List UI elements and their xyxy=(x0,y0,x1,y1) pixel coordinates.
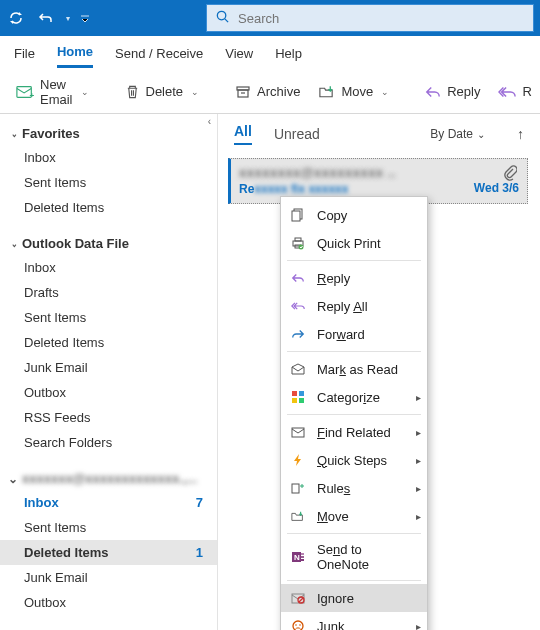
menu-home[interactable]: Home xyxy=(57,38,93,68)
sort-direction-icon[interactable]: ↑ xyxy=(517,126,524,142)
menu-help[interactable]: Help xyxy=(275,40,302,67)
ctx-separator xyxy=(287,351,421,352)
nav-collapse-icon[interactable]: ‹ xyxy=(208,116,211,127)
svg-point-29 xyxy=(299,624,301,626)
nav-df-drafts[interactable]: Drafts xyxy=(0,280,217,305)
ctx-ignore[interactable]: Ignore xyxy=(281,584,427,612)
ctx-forward[interactable]: Forward xyxy=(281,320,427,348)
chevron-down-icon: ⌄ xyxy=(81,87,89,97)
junk-icon xyxy=(289,617,307,630)
nav-datafile-label: Outlook Data File xyxy=(22,236,129,251)
nav-df-inbox[interactable]: Inbox xyxy=(0,255,217,280)
submenu-arrow-icon: ▸ xyxy=(416,621,421,631)
svg-rect-16 xyxy=(299,398,304,403)
nav-df-deleted[interactable]: Deleted Items xyxy=(0,330,217,355)
nav-favorites-header[interactable]: ⌄ Favorites xyxy=(0,122,217,145)
search-container xyxy=(206,0,540,36)
nav-df-rss[interactable]: RSS Feeds xyxy=(0,405,217,430)
new-email-button[interactable]: + New Email ⌄ xyxy=(10,73,95,111)
ctx-quick-steps[interactable]: Quick Steps ▸ xyxy=(281,446,427,474)
archive-button[interactable]: Archive xyxy=(229,80,306,104)
nav-fav-inbox[interactable]: Inbox xyxy=(0,145,217,170)
nav-account-header[interactable]: xxxxxxx@xxxxxxxxxxxxx.,... xyxy=(0,467,217,490)
nav-acct-sent[interactable]: Sent Items xyxy=(0,515,217,540)
nav-df-outbox[interactable]: Outbox xyxy=(0,380,217,405)
ctx-copy[interactable]: Copy xyxy=(281,201,427,229)
tab-unread[interactable]: Unread xyxy=(274,126,320,142)
menu-view[interactable]: View xyxy=(225,40,253,67)
svg-rect-10 xyxy=(295,238,301,241)
nav-pane: ‹ ⌄ Favorites Inbox Sent Items Deleted I… xyxy=(0,114,218,630)
unread-badge: 7 xyxy=(196,495,203,510)
svg-line-1 xyxy=(225,19,228,22)
move-folder-icon xyxy=(289,507,307,525)
menubar: File Home Send / Receive View Help xyxy=(0,36,540,70)
lightning-icon xyxy=(289,451,307,469)
submenu-arrow-icon: ▸ xyxy=(416,483,421,494)
reply-icon xyxy=(289,269,307,287)
ctx-reply[interactable]: Reply xyxy=(281,264,427,292)
onenote-icon: N xyxy=(289,548,307,566)
reply-label: Reply xyxy=(447,84,480,99)
count-badge: 1 xyxy=(196,545,203,560)
submenu-arrow-icon: ▸ xyxy=(416,392,421,403)
svg-text:+: + xyxy=(30,91,35,100)
ctx-move[interactable]: Move ▸ xyxy=(281,502,427,530)
ctx-find-related[interactable]: Find Related ▸ xyxy=(281,418,427,446)
tab-all[interactable]: All xyxy=(234,123,252,145)
nav-acct-inbox[interactable]: Inbox 7 xyxy=(0,490,217,515)
new-email-label: New Email xyxy=(40,77,73,107)
nav-acct-outbox[interactable]: Outbox xyxy=(0,590,217,615)
ctx-junk[interactable]: Junk ▸ xyxy=(281,612,427,630)
qat-customize-icon[interactable] xyxy=(78,6,92,30)
list-header: All Unread By Date ⌄ ↑ xyxy=(218,114,540,154)
ctx-separator xyxy=(287,580,421,581)
svg-point-12 xyxy=(299,245,304,250)
chevron-down-icon: ⌄ xyxy=(477,129,485,140)
nav-fav-deleted[interactable]: Deleted Items xyxy=(0,195,217,220)
svg-point-28 xyxy=(295,624,297,626)
nav-acct-junk[interactable]: Junk Email xyxy=(0,565,217,590)
ctx-onenote[interactable]: N Send to OneNote xyxy=(281,537,427,577)
sort-button[interactable]: By Date ⌄ xyxy=(430,127,485,141)
chevron-down-icon: ⌄ xyxy=(11,238,17,249)
sync-icon[interactable] xyxy=(4,6,28,30)
svg-rect-18 xyxy=(292,484,299,493)
submenu-arrow-icon: ▸ xyxy=(416,427,421,438)
ctx-separator xyxy=(287,414,421,415)
nav-df-search[interactable]: Search Folders xyxy=(0,430,217,455)
move-button[interactable]: Move ⌄ xyxy=(312,80,395,104)
search-box[interactable] xyxy=(206,4,534,32)
qat-separator: ▾ xyxy=(66,14,70,23)
nav-datafile-header[interactable]: ⌄ Outlook Data File xyxy=(0,232,217,255)
submenu-arrow-icon: ▸ xyxy=(416,511,421,522)
titlebar: ▾ xyxy=(0,0,540,36)
nav-df-junk[interactable]: Junk Email xyxy=(0,355,217,380)
svg-rect-23 xyxy=(301,559,304,561)
menu-file[interactable]: File xyxy=(14,40,35,67)
ctx-separator xyxy=(287,533,421,534)
reply-button[interactable]: Reply xyxy=(419,80,486,103)
ctx-rules[interactable]: Rules ▸ xyxy=(281,474,427,502)
ctx-reply-all[interactable]: Reply All xyxy=(281,292,427,320)
delete-label: Delete xyxy=(146,84,184,99)
menu-send-receive[interactable]: Send / Receive xyxy=(115,40,203,67)
nav-df-sent[interactable]: Sent Items xyxy=(0,305,217,330)
ignore-icon xyxy=(289,589,307,607)
nav-acct-deleted[interactable]: Deleted Items 1 xyxy=(0,540,217,565)
message-sender: xxxxxxxx@xxxxxxxxx .. xyxy=(239,165,519,180)
ctx-categorize[interactable]: Categorize ▸ xyxy=(281,383,427,411)
ctx-mark-read[interactable]: Mark as Read xyxy=(281,355,427,383)
delete-button[interactable]: Delete ⌄ xyxy=(119,80,206,104)
chevron-down-icon: ⌄ xyxy=(11,128,17,139)
categorize-icon xyxy=(289,388,307,406)
svg-rect-13 xyxy=(292,391,297,396)
search-input[interactable] xyxy=(238,11,525,26)
nav-fav-sent[interactable]: Sent Items xyxy=(0,170,217,195)
reply-all-button[interactable]: R xyxy=(492,80,531,103)
svg-line-26 xyxy=(299,598,303,602)
undo-icon[interactable] xyxy=(34,6,58,30)
ctx-quick-print[interactable]: Quick Print xyxy=(281,229,427,257)
reply-all-icon xyxy=(289,297,307,315)
svg-text:N: N xyxy=(294,553,300,562)
